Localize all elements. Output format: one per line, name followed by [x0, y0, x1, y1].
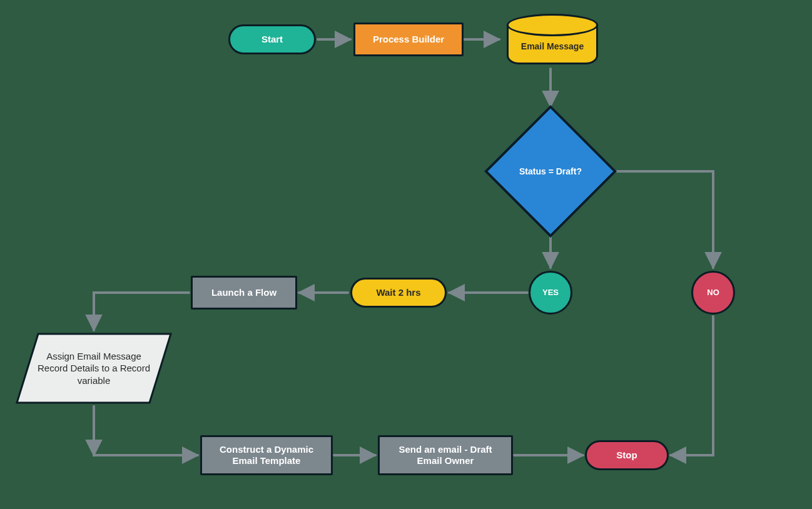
no-label: NO: [707, 288, 719, 298]
process-builder-label: Process Builder: [373, 34, 444, 45]
stop-node: Stop: [585, 440, 669, 470]
construct-template-node: Construct a Dynamic Email Template: [200, 435, 333, 475]
yes-label: YES: [542, 288, 559, 298]
flow-arrows: [0, 0, 812, 509]
wait-node: Wait 2 hrs: [350, 278, 447, 308]
wait-label: Wait 2 hrs: [376, 287, 420, 298]
decision-node: Status = Draft?: [488, 109, 613, 234]
start-label: Start: [261, 34, 283, 45]
launch-flow-node: Launch a Flow: [191, 276, 297, 310]
no-node: NO: [691, 271, 735, 315]
assign-node: Assign Email Message Record Details to a…: [16, 333, 172, 404]
construct-template-label: Construct a Dynamic Email Template: [208, 444, 325, 466]
launch-flow-label: Launch a Flow: [211, 287, 277, 298]
start-node: Start: [228, 24, 316, 54]
assign-label: Assign Email Message Record Details to a…: [16, 333, 172, 404]
process-builder-node: Process Builder: [353, 23, 464, 56]
yes-node: YES: [529, 271, 572, 315]
decision-label: Status = Draft?: [488, 109, 613, 234]
send-email-label: Send an email - Draft Email Owner: [386, 444, 505, 466]
stop-label: Stop: [616, 450, 637, 461]
send-email-node: Send an email - Draft Email Owner: [378, 435, 513, 475]
email-message-node: Email Message: [507, 24, 598, 64]
email-message-label: Email Message: [509, 30, 596, 63]
